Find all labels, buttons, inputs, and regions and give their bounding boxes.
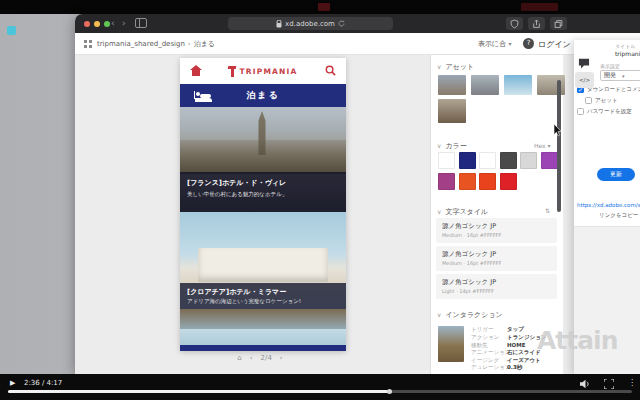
- chevron-down-icon: ∨: [437, 142, 441, 149]
- back-icon[interactable]: ‹: [111, 17, 115, 30]
- video-top-bar: [0, 0, 640, 14]
- colors-title: カラー: [445, 142, 466, 150]
- zoom-dropdown-label: 表示に合: [478, 40, 506, 48]
- forward-icon[interactable]: ›: [122, 17, 126, 30]
- color-swatch[interactable]: [459, 173, 476, 190]
- artboard-pager: ⌂ ‹ 2/4 ›: [205, 352, 315, 364]
- tabs-button[interactable]: [550, 17, 567, 30]
- font-detail: Medium · 16pt #FFFFFF: [442, 260, 501, 266]
- password-checkbox[interactable]: [577, 108, 584, 115]
- maximize-window-button[interactable]: [104, 21, 110, 27]
- breadcrumb-project[interactable]: tripmania_shared_design: [97, 40, 185, 48]
- sort-icon[interactable]: ⇅: [545, 207, 550, 214]
- breadcrumb-page: 泊まる: [194, 40, 215, 48]
- text-style-item[interactable]: 源ノ角ゴシック JP Medium · 16pt #FFFFFF: [436, 218, 557, 243]
- breadcrumb-separator-icon: ›: [188, 40, 191, 48]
- zoom-dropdown[interactable]: 表示に合 ▾: [478, 39, 511, 49]
- title-label: タイトル: [615, 43, 635, 49]
- spec-toolbar: tripmania_shared_design›泊まる 表示に合 ▾ ? ログイ…: [75, 33, 640, 55]
- color-swatch[interactable]: [438, 152, 455, 169]
- pager-label: 2/4: [261, 354, 272, 362]
- volume-icon[interactable]: [580, 379, 591, 389]
- privacy-shield-button[interactable]: [506, 17, 523, 30]
- url-bar[interactable]: xd.adobe.com: [228, 17, 393, 30]
- font-detail: Light · 14pt #FFFFFF: [442, 288, 494, 294]
- share-icon: [532, 19, 541, 29]
- interaction-thumbnail[interactable]: [438, 326, 464, 362]
- refresh-icon[interactable]: [338, 20, 345, 27]
- copy-link-button[interactable]: リンクをコピー: [599, 212, 638, 219]
- interaction-value: HOME: [507, 342, 526, 348]
- coast-rocks: [180, 309, 346, 329]
- design-specs-toggle[interactable]: </>: [575, 72, 594, 88]
- attain-watermark: Attain: [537, 326, 618, 355]
- chevron-down-icon: ∨: [437, 208, 441, 215]
- color-swatch[interactable]: [541, 152, 558, 169]
- asset-thumbnail[interactable]: [471, 75, 499, 95]
- update-button[interactable]: 更新: [597, 168, 635, 181]
- login-button[interactable]: ログイン: [538, 39, 571, 50]
- color-swatch[interactable]: [459, 152, 476, 169]
- interaction-value: イーズアウト: [507, 357, 541, 364]
- menubar-artifact: [318, 3, 330, 11]
- help-button[interactable]: ?: [523, 38, 534, 49]
- apps-grid-icon[interactable]: [84, 40, 92, 48]
- share-button[interactable]: [528, 17, 545, 30]
- help-icon: ?: [527, 39, 531, 47]
- section-interactions[interactable]: ∨インタラクション: [437, 310, 503, 320]
- font-detail: Medium · 16pt #FFFFFF: [442, 232, 501, 238]
- view-setting-dropdown[interactable]: 開発 ▾: [600, 70, 640, 81]
- interaction-key: アクション: [471, 334, 499, 341]
- asset-thumbnail[interactable]: [504, 75, 532, 95]
- sidebar-toggle-icon[interactable]: [135, 18, 147, 28]
- mouse-cursor: [553, 124, 562, 137]
- interaction-value: タップ: [507, 326, 524, 333]
- scrollbar-thumb[interactable]: [557, 80, 561, 212]
- password-label: パスワードを設定: [587, 108, 632, 115]
- color-swatch[interactable]: [479, 152, 496, 169]
- title-value[interactable]: tripmania_shared_design: [615, 50, 640, 57]
- assets-checkbox[interactable]: [585, 97, 592, 104]
- artboard-preview[interactable]: TRIPMANIA 泊まる [フランス]ホテル・ド・ヴィレ 美しい中世の村に: [180, 58, 346, 351]
- browser-window: ‹ › xd.adobe.com: [75, 14, 640, 374]
- hex-format-dropdown[interactable]: Hex ▾: [534, 142, 551, 149]
- video-controls: ▶ 2:36 / 4:17 ⋮: [0, 374, 640, 400]
- text-style-item[interactable]: 源ノ角ゴシック JP Light · 14pt #FFFFFF: [436, 274, 557, 299]
- app-tab-bar: 泊まる: [180, 84, 346, 107]
- interaction-key: デュレーション: [471, 364, 510, 371]
- interaction-key: アニメーション: [471, 349, 510, 356]
- interaction-value: 0.3秒: [507, 364, 522, 371]
- color-swatch[interactable]: [438, 173, 455, 190]
- hotel-card-caption: [フランス]ホテル・ド・ヴィレ 美しい中世の村にある魅力的なホテル」: [180, 172, 346, 212]
- prev-artboard-icon[interactable]: ‹: [250, 354, 253, 362]
- section-colors[interactable]: ∨カラー: [437, 141, 467, 151]
- share-settings-panel: タイトル tripmania_shared_design 表示設定 開発 ▾ ✓…: [574, 40, 640, 374]
- progress-handle[interactable]: [387, 389, 392, 394]
- font-name: 源ノ角ゴシック JP: [442, 222, 496, 231]
- color-swatch[interactable]: [500, 152, 517, 169]
- interaction-key: トリガー: [471, 326, 493, 333]
- comments-icon[interactable]: [578, 58, 590, 69]
- minimize-window-button[interactable]: [94, 21, 100, 27]
- play-icon[interactable]: ▶: [10, 379, 15, 387]
- section-text-styles[interactable]: ∨文字スタイル: [437, 207, 488, 217]
- color-swatch[interactable]: [500, 173, 517, 190]
- next-artboard-icon[interactable]: ›: [280, 354, 283, 362]
- browser-chrome: ‹ › xd.adobe.com: [75, 14, 640, 33]
- screen-recording: ‹ › xd.adobe.com: [0, 14, 640, 374]
- section-assets[interactable]: ∨アセット: [437, 62, 474, 72]
- video-frame: ‹ › xd.adobe.com: [0, 0, 640, 400]
- asset-thumbnail[interactable]: [438, 99, 466, 123]
- home-icon[interactable]: ⌂: [237, 354, 241, 362]
- close-window-button[interactable]: [84, 21, 90, 27]
- asset-thumbnail[interactable]: [438, 75, 466, 95]
- fullscreen-icon[interactable]: [604, 379, 614, 389]
- color-swatch[interactable]: [479, 173, 496, 190]
- share-link[interactable]: https://xd.adobe.com/spec/3813: [577, 202, 640, 208]
- breadcrumb: tripmania_shared_design›泊まる: [97, 39, 215, 49]
- specs-icon: </>: [579, 77, 590, 83]
- overflow-menu-icon[interactable]: ⋮: [628, 378, 636, 387]
- text-style-item[interactable]: 源ノ角ゴシック JP Medium · 16pt #FFFFFF: [436, 246, 557, 271]
- progress-bar[interactable]: [8, 390, 632, 393]
- color-swatch[interactable]: [520, 152, 537, 169]
